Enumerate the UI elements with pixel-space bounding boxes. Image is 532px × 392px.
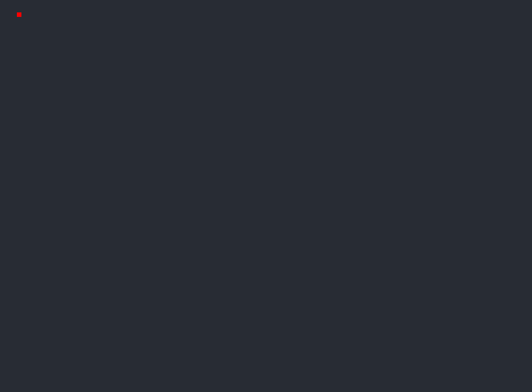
highlight-box xyxy=(17,12,21,17)
